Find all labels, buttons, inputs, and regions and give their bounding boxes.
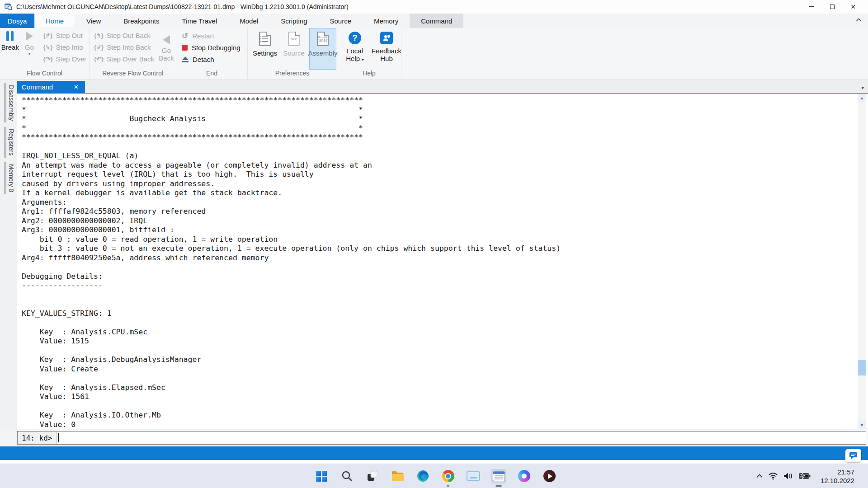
play-icon <box>26 32 33 41</box>
group-label-help: Help <box>337 70 401 79</box>
pane-tab-memory-0[interactable]: Memory 0 <box>4 162 16 194</box>
ribbon-tab-row: Dosya Home View Breakpoints Time Travel … <box>0 14 868 28</box>
source-button[interactable]: </> Source <box>280 28 307 70</box>
close-button[interactable]: ✕ <box>843 0 863 14</box>
group-help: ? Local Help ▾ <box>337 28 401 79</box>
pane-tab-registers[interactable]: Registers <box>4 127 16 157</box>
break-button[interactable]: Break <box>0 28 20 51</box>
pane-tab-disassembly[interactable]: Disassembly <box>4 83 16 122</box>
vertical-scrollbar[interactable]: ▲ ▼ <box>858 94 866 429</box>
detach-button[interactable]: Detach <box>182 53 241 65</box>
group-label-preferences: Preferences <box>248 70 337 79</box>
step-into-button[interactable]: {↳} Step Into <box>40 41 89 53</box>
tab-close-icon[interactable]: ✕ <box>74 84 79 90</box>
scroll-up-button[interactable]: ▲ <box>858 94 866 102</box>
clock-date: 12.10.2022 <box>821 476 854 485</box>
text-caret <box>58 433 59 442</box>
command-document-tab[interactable]: Command ✕ <box>17 81 85 93</box>
scroll-down-button[interactable]: ▼ <box>858 421 866 429</box>
step-over-button[interactable]: {↷} Step Over <box>40 53 89 65</box>
tab-source[interactable]: Source <box>319 14 363 28</box>
command-pane: Command ✕ ▾ ****************************… <box>17 80 868 429</box>
maximize-button[interactable] <box>822 0 843 14</box>
paint-3d-icon <box>518 470 530 482</box>
tab-scripting[interactable]: Scripting <box>269 14 318 28</box>
touch-keyboard-button[interactable] <box>466 469 481 483</box>
group-end: ↺ Restart Stop Debugging Detach End <box>176 28 248 79</box>
assembly-button[interactable]: 01101 10101 Assembly <box>309 28 336 70</box>
play-back-icon <box>163 35 170 44</box>
tab-view[interactable]: View <box>75 14 112 28</box>
windows-start-icon <box>316 470 327 482</box>
minimize-button[interactable] <box>801 0 822 14</box>
feedback-notification-button[interactable] <box>845 449 861 462</box>
search-button[interactable] <box>340 469 354 483</box>
tab-home[interactable]: Home <box>34 14 75 28</box>
step-out-back-label: Step Out Back <box>107 32 151 39</box>
step-over-back-label: Step Over Back <box>107 55 154 63</box>
feedback-hub-label: Feedback Hub <box>372 47 401 62</box>
task-view-button[interactable] <box>365 469 379 483</box>
go-back-button[interactable]: Go Back <box>157 28 176 62</box>
go-dropdown-icon[interactable]: ▾ <box>28 52 31 56</box>
chrome-button[interactable] <box>441 469 455 483</box>
start-button[interactable] <box>314 469 329 483</box>
assembly-doc-icon: 01101 10101 <box>317 32 329 46</box>
wifi-icon[interactable] <box>768 472 778 480</box>
group-label-flow-control: Flow Control <box>0 70 89 79</box>
settings-button[interactable]: Settings <box>251 28 278 70</box>
source-label: Source <box>283 49 305 57</box>
taskbar: 21:57 12.10.2022 <box>0 464 868 488</box>
close-icon: ✕ <box>850 3 856 10</box>
tab-list-dropdown-icon[interactable]: ▾ <box>861 85 864 91</box>
clock-time: 21:57 <box>821 468 854 476</box>
search-icon <box>341 470 353 482</box>
local-help-button[interactable]: ? Local Help ▾ <box>341 28 369 64</box>
tab-command[interactable]: Command <box>410 14 463 28</box>
command-input[interactable] <box>57 432 866 444</box>
step-out-button[interactable]: {↱} Step Out <box>40 29 89 41</box>
status-bar <box>0 446 868 460</box>
scrollbar-thumb[interactable] <box>858 360 866 375</box>
step-into-label: Step Into <box>56 43 83 51</box>
local-help-label: Local Help ▾ <box>346 47 364 64</box>
file-explorer-button[interactable] <box>390 469 405 483</box>
volume-icon[interactable] <box>783 472 793 480</box>
step-out-label: Step Out <box>56 32 82 39</box>
windbg-window-icon <box>493 471 505 481</box>
restart-button[interactable]: ↺ Restart <box>182 30 241 42</box>
feedback-hub-button[interactable]: Feedback Hub <box>373 28 401 64</box>
break-label: Break <box>1 43 19 51</box>
help-icon: ? <box>349 32 361 44</box>
tab-model[interactable]: Model <box>228 14 269 28</box>
file-menu-button[interactable]: Dosya <box>0 14 34 28</box>
main-area: Disassembly Registers Memory 0 Command ✕… <box>0 80 868 429</box>
step-over-back-icon: {↶} <box>94 56 104 62</box>
command-input-box: 14: kd> <box>17 431 866 445</box>
step-into-back-button[interactable]: {↲} Step Into Back <box>91 41 157 53</box>
taskbar-clock[interactable]: 21:57 12.10.2022 <box>821 468 854 485</box>
tab-time-travel[interactable]: Time Travel <box>170 14 228 28</box>
tab-breakpoints[interactable]: Breakpoints <box>112 14 170 28</box>
tab-memory[interactable]: Memory <box>363 14 410 28</box>
group-label-reverse-flow-control: Reverse Flow Control <box>90 70 176 79</box>
window-controls: ✕ <box>801 0 863 14</box>
tray-expand-icon[interactable] <box>756 474 763 478</box>
step-out-back-button[interactable]: {↰} Step Out Back <box>91 29 157 41</box>
chrome-running-indicator <box>447 485 449 487</box>
minimize-icon <box>809 6 814 7</box>
edge-button[interactable] <box>415 469 430 483</box>
command-input-row: 14: kd> <box>0 429 868 446</box>
step-over-back-button[interactable]: {↶} Step Over Back <box>91 53 157 65</box>
local-help-dropdown-icon: ▾ <box>362 57 364 62</box>
paint-3d-button[interactable] <box>517 469 531 483</box>
step-into-back-label: Step Into Back <box>107 43 151 51</box>
go-button[interactable]: Go ▾ <box>20 28 39 56</box>
ribbon-collapse-button[interactable] <box>856 18 862 22</box>
battery-charging-icon[interactable] <box>799 473 811 479</box>
media-player-button[interactable] <box>542 469 557 483</box>
windbg-taskbar-button[interactable] <box>491 469 506 483</box>
stop-debugging-button[interactable]: Stop Debugging <box>182 42 241 53</box>
step-out-back-icon: {↰} <box>94 32 104 39</box>
eject-icon <box>182 56 189 62</box>
